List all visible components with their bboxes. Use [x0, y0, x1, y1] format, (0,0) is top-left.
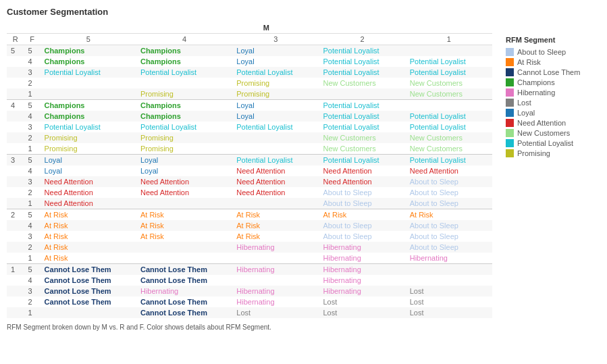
segment-cell: Cannot Lose Them: [41, 264, 136, 276]
segment-cell: Champions: [136, 45, 232, 57]
table-row: 3Potential LoyalistPotential LoyalistPot…: [7, 67, 492, 78]
segment-cell: Potential Loyalist: [232, 122, 319, 132]
table-row: 15Cannot Lose ThemCannot Lose ThemHibern…: [7, 264, 492, 276]
f-value: 5: [24, 45, 41, 57]
segment-cell: Potential Loyalist: [41, 67, 136, 78]
segment-cell: At Risk: [41, 231, 136, 242]
segment-cell: [232, 132, 319, 143]
segment-cell: [232, 253, 319, 264]
segment-cell: Hibernating: [319, 242, 406, 253]
f-value: 4: [24, 220, 41, 231]
legend-item: Loyal: [506, 109, 600, 117]
f-value: 3: [24, 231, 41, 242]
segment-cell: Cannot Lose Them: [41, 275, 136, 286]
segment-cell: At Risk: [232, 231, 319, 242]
legend-item: New Customers: [506, 129, 600, 137]
segment-cell: New Customers: [406, 143, 492, 155]
segment-cell: [136, 78, 232, 88]
segment-cell: Hibernating: [406, 253, 492, 264]
r-value: [7, 132, 24, 143]
table-row: 3Potential LoyalistPotential LoyalistPot…: [7, 122, 492, 132]
table-row: 35LoyalLoyalPotential LoyalistPotential …: [7, 155, 492, 166]
r-value: [7, 122, 24, 132]
legend-item: Lost: [506, 99, 600, 107]
legend-item: Promising: [506, 149, 600, 157]
segment-cell: Cannot Lose Them: [41, 286, 136, 296]
legend-color-box: [506, 119, 514, 127]
m2-header: 2: [319, 34, 406, 45]
legend-color-box: [506, 99, 514, 107]
segment-cell: Hibernating: [232, 286, 319, 296]
f-value: 5: [24, 100, 41, 111]
segment-cell: About to Sleep: [406, 220, 492, 231]
table-row: 3Need AttentionNeed AttentionNeed Attent…: [7, 176, 492, 187]
segment-cell: Promising: [136, 88, 232, 100]
legend-section: RFM Segment About to SleepAt RiskCannot …: [506, 22, 600, 331]
r-value: [7, 220, 24, 231]
segment-cell: Cannot Lose Them: [136, 307, 232, 318]
segment-cell: Promising: [232, 78, 319, 88]
segment-cell: Loyal: [41, 155, 136, 166]
segment-cell: Need Attention: [232, 165, 319, 176]
segment-cell: New Customers: [319, 143, 406, 155]
r-value: [7, 78, 24, 88]
segment-cell: About to Sleep: [319, 231, 406, 242]
r-value: [7, 165, 24, 176]
f-value: 2: [24, 242, 41, 253]
r-value: [7, 88, 24, 100]
f-value: 2: [24, 296, 41, 307]
segment-cell: About to Sleep: [319, 220, 406, 231]
m5-header: 5: [41, 34, 136, 45]
segment-cell: Need Attention: [41, 176, 136, 187]
f-value: 4: [24, 111, 41, 122]
legend-label: Cannot Lose Them: [517, 68, 580, 76]
segment-cell: Cannot Lose Them: [136, 275, 232, 286]
segment-cell: [406, 45, 492, 57]
segment-cell: About to Sleep: [406, 198, 492, 209]
segment-cell: Promising: [41, 143, 136, 155]
table-row: 3At RiskAt RiskAt RiskAbout to SleepAbou…: [7, 231, 492, 242]
table-row: 2Need AttentionNeed AttentionNeed Attent…: [7, 187, 492, 198]
segment-cell: Potential Loyalist: [136, 67, 232, 78]
f-value: 4: [24, 275, 41, 286]
segment-cell: Champions: [136, 111, 232, 122]
segment-cell: At Risk: [232, 220, 319, 231]
legend-item: Champions: [506, 78, 600, 86]
segment-cell: Potential Loyalist: [319, 111, 406, 122]
segment-cell: Loyal: [136, 155, 232, 166]
legend-color-box: [506, 88, 514, 97]
legend-label: New Customers: [517, 129, 570, 137]
segment-cell: Champions: [41, 111, 136, 122]
segment-cell: [136, 253, 232, 264]
f-value: 4: [24, 165, 41, 176]
f-value: 1: [24, 88, 41, 100]
f-header: F: [24, 34, 41, 45]
segment-cell: Potential Loyalist: [406, 155, 492, 166]
segment-cell: At Risk: [136, 209, 232, 221]
r-value: [7, 231, 24, 242]
segment-cell: Lost: [319, 296, 406, 307]
segment-cell: Potential Loyalist: [319, 56, 406, 67]
legend-label: Potential Loyalist: [517, 139, 573, 147]
segment-cell: Potential Loyalist: [406, 122, 492, 132]
m3-header: 3: [232, 34, 319, 45]
segment-cell: At Risk: [232, 209, 319, 221]
table-section: M R F 5 4 3 2 1 55ChampionsChampionsLoya…: [7, 22, 492, 331]
segment-cell: Promising: [232, 88, 319, 100]
m-column-header: M: [41, 22, 492, 34]
segment-cell: At Risk: [41, 253, 136, 264]
segment-cell: Cannot Lose Them: [136, 296, 232, 307]
segment-cell: At Risk: [41, 220, 136, 231]
table-row: 55ChampionsChampionsLoyalPotential Loyal…: [7, 45, 492, 57]
segment-cell: Loyal: [232, 111, 319, 122]
segment-cell: Hibernating: [232, 296, 319, 307]
main-container: M R F 5 4 3 2 1 55ChampionsChampionsLoya…: [7, 22, 600, 331]
segment-cell: Lost: [406, 296, 492, 307]
segment-cell: Need Attention: [41, 198, 136, 209]
segment-cell: At Risk: [319, 209, 406, 221]
segment-cell: [41, 307, 136, 318]
segment-cell: Loyal: [41, 165, 136, 176]
legend-item: Cannot Lose Them: [506, 68, 600, 76]
segment-cell: Champions: [41, 45, 136, 57]
r-value: [7, 307, 24, 318]
